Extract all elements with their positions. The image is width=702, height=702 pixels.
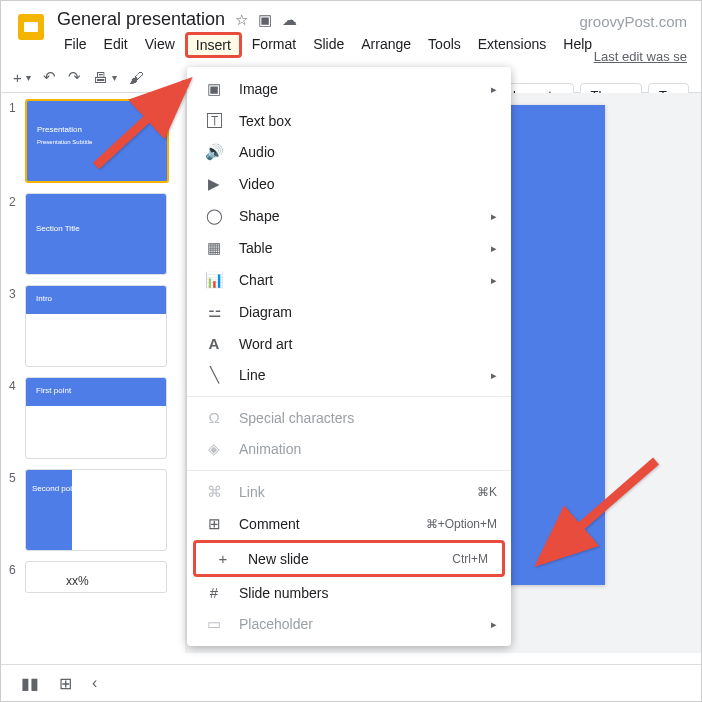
svg-line-1 <box>541 461 656 561</box>
doc-title[interactable]: General presentation <box>57 9 225 30</box>
menu-slide[interactable]: Slide <box>306 32 351 58</box>
svg-line-0 <box>96 83 186 166</box>
slide-thumb-2[interactable]: Section Title <box>25 193 167 275</box>
dd-video[interactable]: ▶Video <box>187 168 511 200</box>
dd-chart[interactable]: 📊Chart▸ <box>187 264 511 296</box>
dd-wordart[interactable]: AWord art <box>187 328 511 359</box>
dd-image[interactable]: ▣Image▸ <box>187 73 511 105</box>
menu-format[interactable]: Format <box>245 32 303 58</box>
star-icon[interactable]: ☆ <box>235 11 248 29</box>
chevron-down-icon[interactable]: ▾ <box>26 72 31 83</box>
slide-thumb-3[interactable]: Intro <box>25 285 167 367</box>
dd-diagram[interactable]: ⚍Diagram <box>187 296 511 328</box>
diagram-icon: ⚍ <box>205 303 223 321</box>
slides-logo <box>13 9 49 45</box>
footer: ▮▮ ⊞ ‹ <box>1 664 701 701</box>
dd-animation: ◈Animation <box>187 433 511 465</box>
plus-icon: + <box>214 550 232 567</box>
dd-link: ⌘Link⌘K <box>187 476 511 508</box>
dd-placeholder: ▭Placeholder▸ <box>187 608 511 640</box>
menu-edit[interactable]: Edit <box>97 32 135 58</box>
menu-arrange[interactable]: Arrange <box>354 32 418 58</box>
menu-extensions[interactable]: Extensions <box>471 32 553 58</box>
slide-thumb-6[interactable]: xx% <box>25 561 167 593</box>
chart-icon: 📊 <box>205 271 223 289</box>
slide-thumb-5[interactable]: Second point <box>25 469 167 551</box>
wordart-icon: A <box>205 335 223 352</box>
annotation-arrow-bottom <box>521 451 671 581</box>
redo-button[interactable]: ↷ <box>68 68 81 86</box>
cloud-icon[interactable]: ☁ <box>282 11 297 29</box>
chevron-right-icon: ▸ <box>491 618 497 631</box>
table-icon: ▦ <box>205 239 223 257</box>
link-icon: ⌘ <box>205 483 223 501</box>
animation-icon: ◈ <box>205 440 223 458</box>
shape-icon: ◯ <box>205 207 223 225</box>
menu-insert[interactable]: Insert <box>185 32 242 58</box>
watermark: groovyPost.com <box>579 13 687 30</box>
dd-shape[interactable]: ◯Shape▸ <box>187 200 511 232</box>
chevron-right-icon: ▸ <box>491 369 497 382</box>
last-edit-link[interactable]: Last edit was se <box>594 49 687 64</box>
comment-icon: ⊞ <box>205 515 223 533</box>
dd-line[interactable]: ╲Line▸ <box>187 359 511 391</box>
dd-special: ΩSpecial characters <box>187 402 511 433</box>
menu-view[interactable]: View <box>138 32 182 58</box>
dd-newslide[interactable]: +New slideCtrl+M <box>196 543 502 574</box>
collapse-button[interactable]: ‹ <box>92 674 97 692</box>
menu-bar: File Edit View Insert Format Slide Arran… <box>57 32 599 58</box>
undo-button[interactable]: ↶ <box>43 68 56 86</box>
chevron-right-icon: ▸ <box>491 274 497 287</box>
menu-tools[interactable]: Tools <box>421 32 468 58</box>
filmstrip-view-button[interactable]: ▮▮ <box>21 674 39 693</box>
chevron-right-icon: ▸ <box>491 83 497 96</box>
hash-icon: # <box>205 584 223 601</box>
chevron-right-icon: ▸ <box>491 210 497 223</box>
dd-comment[interactable]: ⊞Comment⌘+Option+M <box>187 508 511 540</box>
menu-file[interactable]: File <box>57 32 94 58</box>
move-icon[interactable]: ▣ <box>258 11 272 29</box>
dd-table[interactable]: ▦Table▸ <box>187 232 511 264</box>
line-icon: ╲ <box>205 366 223 384</box>
insert-dropdown: ▣Image▸ 🅃Text box 🔊Audio ▶Video ◯Shape▸ … <box>187 67 511 646</box>
placeholder-icon: ▭ <box>205 615 223 633</box>
menu-help[interactable]: Help <box>556 32 599 58</box>
dd-slidenumbers[interactable]: #Slide numbers <box>187 577 511 608</box>
dd-audio[interactable]: 🔊Audio <box>187 136 511 168</box>
omega-icon: Ω <box>205 409 223 426</box>
new-slide-button[interactable]: + <box>13 69 22 86</box>
dd-textbox[interactable]: 🅃Text box <box>187 105 511 136</box>
chevron-right-icon: ▸ <box>491 242 497 255</box>
annotation-arrow-top <box>81 71 211 181</box>
grid-view-button[interactable]: ⊞ <box>59 674 72 693</box>
slide-thumb-4[interactable]: First point <box>25 377 167 459</box>
